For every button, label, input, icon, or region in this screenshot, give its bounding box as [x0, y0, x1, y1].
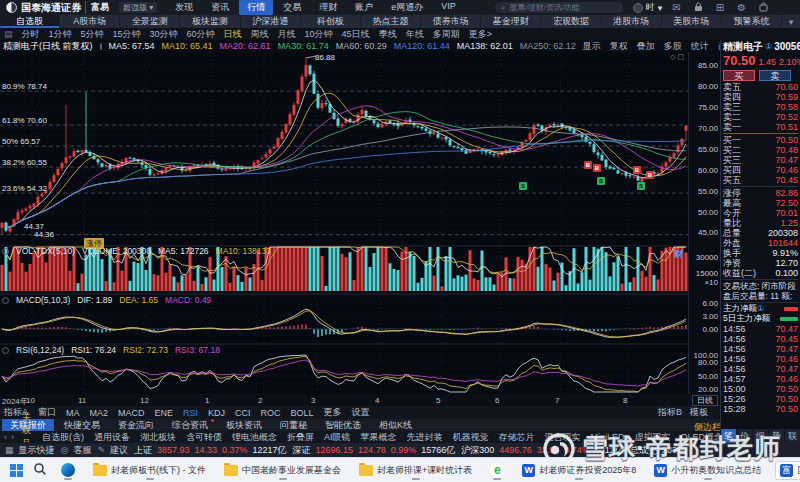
- buy-tab[interactable]: 买: [723, 70, 755, 81]
- scroll-right-icon[interactable]: ›: [9, 432, 16, 442]
- timeframe-item[interactable]: 45日线: [342, 28, 370, 41]
- taskbar-item[interactable]: 封老师板书(线下) - 文件: [89, 462, 210, 479]
- stat-row[interactable]: 最高72.50: [723, 198, 798, 208]
- timeframe-item[interactable]: 月线: [278, 28, 296, 41]
- ask-row[interactable]: 卖五70.60: [723, 82, 798, 92]
- bid-row[interactable]: 买二70.48: [723, 145, 798, 155]
- indicator-item[interactable]: KDJ: [208, 408, 225, 418]
- sector-chip[interactable]: 虚拟现实: [630, 431, 676, 444]
- taskbar-item[interactable]: 中国老龄事业发展基金会: [220, 462, 345, 479]
- timeframe-item[interactable]: 多周期: [433, 28, 460, 41]
- stat-row[interactable]: 收益(二)0.100: [723, 268, 798, 278]
- stat-row[interactable]: 外盘101644: [723, 238, 798, 248]
- sector-chip[interactable]: 先进封装: [402, 431, 448, 444]
- indicator-item[interactable]: MA2: [90, 408, 109, 418]
- indicator-item[interactable]: 窗口: [38, 406, 56, 419]
- tick-row[interactable]: 15:2870.50: [723, 404, 798, 414]
- sector-chip[interactable]: MiniLED: [586, 432, 630, 442]
- indicator-item[interactable]: BOLL: [291, 408, 314, 418]
- market-nav-item[interactable]: 港股市场: [602, 15, 662, 28]
- edition-badge[interactable]: 超强版 ▾: [119, 2, 157, 13]
- market-nav-item[interactable]: 自选股: [0, 15, 60, 28]
- sector-chip[interactable]: 含可转债: [181, 431, 227, 444]
- stat-row[interactable]: 量比1.25: [723, 218, 798, 228]
- indicator-item[interactable]: RSI: [183, 408, 198, 418]
- quote-view-tab[interactable]: 价: [736, 429, 752, 443]
- stat-row[interactable]: 今开70.01: [723, 208, 798, 218]
- stat-row[interactable]: 总量200308: [723, 228, 798, 238]
- quote-view-tab[interactable]: 笔: [720, 429, 736, 443]
- quote-header[interactable]: 精测电子 ① 300567: [723, 40, 798, 53]
- tick-row[interactable]: 14:5670.45: [723, 334, 798, 344]
- bid-row[interactable]: 买三70.47: [723, 155, 798, 165]
- taskbar-item[interactable]: W封老师证券投资2025年8: [518, 462, 640, 479]
- net-5d-legend[interactable]: 5日主力净额: [723, 314, 798, 324]
- top-menu-item[interactable]: 交易: [275, 0, 309, 15]
- top-menu-item[interactable]: 理财: [311, 0, 345, 15]
- taskbar-search-icon[interactable]: [33, 462, 47, 478]
- top-menu-item[interactable]: 资讯: [203, 0, 237, 15]
- taskbar-item[interactable]: 封老师排课+课时统计表: [355, 462, 476, 479]
- panel-icon[interactable]: ▢: [677, 53, 686, 60]
- indicator-tool[interactable]: 指标B: [658, 406, 682, 419]
- function-tab[interactable]: 相似K线: [371, 419, 420, 431]
- indicator-item[interactable]: 设置: [352, 406, 370, 419]
- search-input[interactable]: ⌕ 股票/理财/资讯/功能: [495, 2, 623, 13]
- function-tab[interactable]: 板块资讯: [218, 419, 270, 431]
- market-nav-item[interactable]: 债券市场: [421, 15, 481, 28]
- tick-row[interactable]: 14:5670.46: [723, 354, 798, 364]
- function-tab[interactable]: 综合资讯: [164, 419, 216, 431]
- sector-chip[interactable]: 混合现实: [540, 431, 586, 444]
- function-tab[interactable]: 问董秘: [272, 419, 315, 431]
- chart-tool-显示[interactable]: 显示: [583, 40, 601, 53]
- function-tab[interactable]: 快捷交易: [56, 419, 108, 431]
- pane-settings-icon[interactable]: [2, 297, 9, 304]
- ask-row[interactable]: 卖三70.58: [723, 102, 798, 112]
- chart-settings-icon[interactable]: [100, 43, 102, 50]
- top-menu-item[interactable]: VIP: [433, 0, 464, 15]
- tick-row[interactable]: 14:5670.47: [723, 364, 798, 374]
- sector-chip[interactable]: 折叠屏: [282, 431, 319, 444]
- tick-row[interactable]: 15:2670.50: [723, 394, 798, 404]
- info-icon[interactable]: ①: [765, 42, 772, 51]
- ask-row[interactable]: 卖一70.51: [723, 122, 798, 132]
- top-menu-item[interactable]: 发现: [167, 0, 201, 15]
- market-nav-item[interactable]: 沪深港通: [241, 15, 301, 28]
- scroll-left-icon[interactable]: ‹: [2, 432, 9, 442]
- sector-chip[interactable]: AI眼镜: [319, 431, 356, 444]
- pane-settings-icon[interactable]: [2, 248, 9, 255]
- stat-row[interactable]: 涨停82.86: [723, 188, 798, 198]
- chart-tool-多股[interactable]: 多股: [664, 40, 682, 53]
- sector-chip[interactable]: 苹果概念: [356, 431, 402, 444]
- indicator-item[interactable]: 更多: [324, 406, 342, 419]
- timeframe-item[interactable]: 15分钟: [113, 28, 141, 41]
- market-nav-item[interactable]: 热点主题: [361, 15, 421, 28]
- ask-row[interactable]: 卖四70.59: [723, 92, 798, 102]
- sector-chip[interactable]: 自选股(含): [37, 431, 89, 444]
- indicator-item[interactable]: ROC: [261, 408, 281, 418]
- market-nav-item[interactable]: 宏观数据: [541, 15, 601, 28]
- pane-settings-icon[interactable]: [2, 347, 9, 354]
- bid-row[interactable]: 买五70.45: [723, 175, 798, 185]
- edge-browser-button[interactable]: [57, 461, 79, 479]
- top-menu-item[interactable]: 行情: [239, 0, 273, 15]
- indicator-item[interactable]: ENE: [155, 408, 174, 418]
- lock-icon[interactable]: [694, 2, 703, 14]
- tick-row[interactable]: 14:5670.47: [723, 324, 798, 334]
- nav-more-icon[interactable]: ▾: [782, 17, 800, 27]
- mail-icon[interactable]: ✉: [672, 2, 680, 13]
- chart-tool-叠加[interactable]: 叠加: [637, 40, 655, 53]
- bag-icon[interactable]: [759, 2, 768, 14]
- sidebar-toggle-button[interactable]: 侧边栏: [694, 421, 721, 434]
- index-quote[interactable]: 上证3857.9314.330.37%12217亿: [134, 444, 287, 457]
- timeframe-item[interactable]: 10分钟: [305, 28, 333, 41]
- top-menu-item[interactable]: e网通办: [383, 0, 431, 15]
- sector-chip[interactable]: 机器视觉: [448, 431, 494, 444]
- layout-icon[interactable]: ▤: [4, 29, 13, 39]
- chart-corner-icons[interactable]: ◇▢: [670, 53, 686, 61]
- market-nav-item[interactable]: 预警系统: [722, 15, 782, 28]
- sector-chip[interactable]: 湖北板块: [135, 431, 181, 444]
- market-nav-item[interactable]: 全景监测: [120, 15, 180, 28]
- index-quote[interactable]: 沪深3004496.7632.980.74%8312亿: [461, 444, 624, 457]
- sector-chip[interactable]: 锂电池概念: [227, 431, 282, 444]
